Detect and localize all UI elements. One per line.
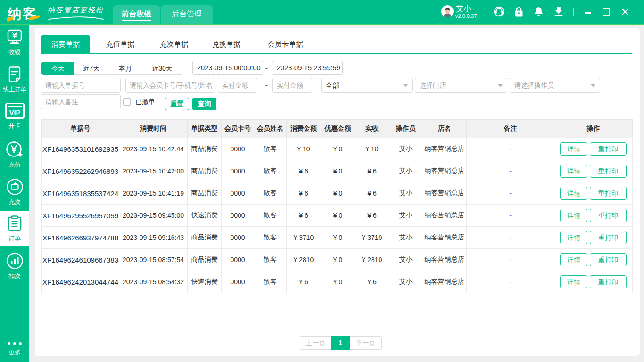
svg-text:VIP: VIP — [9, 109, 20, 116]
